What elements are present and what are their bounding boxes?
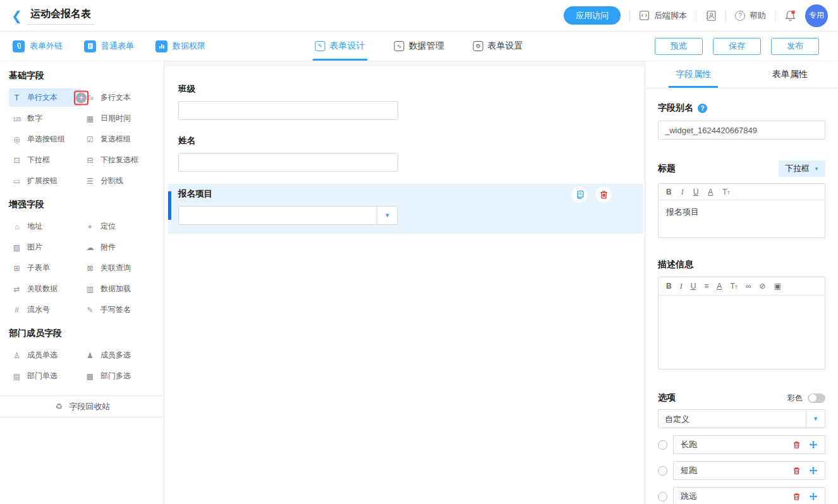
sidebar-item-checkbox-group[interactable]: 复选框组 bbox=[82, 129, 155, 150]
external-link-icon bbox=[13, 40, 25, 52]
tab-field-properties[interactable]: 字段属性 bbox=[645, 61, 742, 88]
options-source-dropdown[interactable]: 自定义 ▼ bbox=[658, 409, 825, 428]
sidebar-item-single-line-text[interactable]: 单行文本 + bbox=[9, 88, 81, 107]
trash-icon bbox=[792, 493, 801, 501]
tab-form-settings[interactable]: 表单设置 bbox=[473, 32, 523, 61]
italic-icon[interactable] bbox=[680, 282, 683, 290]
notification-bell-icon[interactable] bbox=[784, 9, 796, 21]
delete-option-button[interactable] bbox=[792, 493, 801, 501]
help-button[interactable]: ? 帮助 bbox=[735, 10, 766, 21]
sidebar-item-label: 关联查询 bbox=[100, 263, 131, 273]
sidebar-item-linked-data[interactable]: 关联数据 bbox=[9, 279, 82, 299]
alias-input[interactable] bbox=[658, 121, 825, 140]
sidebar-item-dropdown[interactable]: 下拉框 bbox=[9, 150, 82, 171]
tab-form-design[interactable]: 表单设计 bbox=[315, 32, 365, 61]
widget-type-selector[interactable]: 下拉框 ▼ bbox=[779, 160, 825, 177]
bold-icon[interactable] bbox=[666, 188, 672, 196]
sidebar-item-member-single[interactable]: 成员单选 bbox=[9, 345, 82, 366]
event-dropdown[interactable]: ▼ bbox=[178, 206, 398, 225]
underline-icon[interactable] bbox=[693, 188, 699, 196]
backend-script-button[interactable]: 后端脚本 bbox=[639, 10, 687, 21]
help-circle-icon[interactable]: ? bbox=[698, 104, 707, 113]
tab-form-properties[interactable]: 表单属性 bbox=[742, 61, 838, 88]
move-option-handle[interactable] bbox=[809, 492, 818, 501]
options-label: 选项 bbox=[658, 392, 676, 404]
sidebar-item-expand-button[interactable]: 扩展按钮 bbox=[9, 171, 82, 191]
sidebar-item-subform[interactable]: 子表单 bbox=[9, 258, 82, 279]
sidebar-item-attachment[interactable]: 附件 bbox=[82, 237, 155, 258]
italic-icon[interactable] bbox=[681, 188, 684, 196]
chevron-down-icon[interactable]: ▼ bbox=[806, 410, 825, 428]
sidebar-item-linked-query[interactable]: 关联查询 bbox=[82, 258, 155, 279]
sidebar-item-dept-multi[interactable]: 部门多选 bbox=[82, 366, 155, 387]
plain-form-button[interactable]: 普通表单 bbox=[84, 40, 134, 52]
sidebar-item-location[interactable]: 定位 bbox=[82, 216, 155, 237]
link-icon[interactable] bbox=[746, 282, 751, 290]
move-option-handle[interactable] bbox=[809, 440, 818, 449]
save-button[interactable]: 保存 bbox=[713, 38, 761, 55]
sidebar-item-multi-line-text[interactable]: 多行文本 bbox=[82, 87, 155, 108]
name-input[interactable] bbox=[178, 153, 398, 172]
font-size-icon[interactable] bbox=[730, 282, 738, 290]
move-option-handle[interactable] bbox=[809, 466, 818, 475]
option-radio[interactable] bbox=[658, 440, 667, 450]
toolbar: 表单外链 普通表单 数据权限 表单设计 数据管理 表单设置 预览 bbox=[0, 32, 838, 61]
form-external-link-button[interactable]: 表单外链 bbox=[13, 40, 63, 52]
avatar[interactable]: 专用 bbox=[805, 4, 828, 27]
option-radio[interactable] bbox=[658, 466, 667, 476]
sidebar-item-image[interactable]: 图片 bbox=[9, 237, 82, 258]
font-color-icon[interactable] bbox=[708, 188, 713, 196]
description-content-area[interactable] bbox=[659, 296, 825, 369]
canvas-field-class[interactable]: 班级 bbox=[164, 83, 645, 120]
sidebar-item-dept-single[interactable]: 部门单选 bbox=[9, 366, 82, 387]
chevron-down-icon[interactable]: ▼ bbox=[377, 207, 398, 224]
sidebar-item-number[interactable]: 数字 bbox=[9, 108, 82, 129]
unlink-icon[interactable] bbox=[760, 282, 766, 290]
sidebar-item-divider[interactable]: 分割线 bbox=[82, 171, 155, 191]
dept-multi-icon bbox=[85, 372, 95, 381]
copy-field-button[interactable] bbox=[571, 186, 588, 203]
back-icon[interactable]: ❮ bbox=[11, 8, 28, 23]
underline-icon[interactable] bbox=[691, 282, 696, 290]
contacts-button[interactable] bbox=[705, 10, 717, 21]
title-content-area[interactable]: 报名项目 bbox=[659, 200, 825, 237]
selection-bar bbox=[168, 191, 171, 220]
sidebar-item-data-load[interactable]: 数据加载 bbox=[82, 279, 155, 299]
insert-image-icon[interactable] bbox=[774, 282, 781, 290]
field-recycle-bin-button[interactable]: 字段回收站 bbox=[0, 395, 164, 417]
sidebar-item-address[interactable]: 地址 bbox=[9, 216, 82, 237]
publish-button[interactable]: 发布 bbox=[771, 38, 819, 55]
delete-option-button[interactable] bbox=[792, 467, 801, 475]
color-toggle[interactable] bbox=[808, 393, 825, 403]
sidebar-item-member-multi[interactable]: 成员多选 bbox=[82, 345, 155, 366]
image-icon bbox=[11, 243, 22, 252]
sidebar-item-serial-number[interactable]: 流水号 bbox=[9, 299, 82, 320]
option-input[interactable]: 短跑 bbox=[681, 465, 792, 476]
color-toggle-label: 彩色 bbox=[787, 393, 803, 404]
data-permission-button[interactable]: 数据权限 bbox=[155, 40, 205, 52]
page-title[interactable]: 运动会报名表 bbox=[28, 6, 94, 25]
font-color-icon[interactable] bbox=[717, 282, 722, 290]
form-canvas: 班级 姓名 报名项目 ▼ bbox=[164, 61, 645, 504]
sidebar-item-radio-group[interactable]: 单选按钮组 bbox=[9, 129, 82, 150]
sidebar-item-datetime[interactable]: 日期时间 bbox=[82, 108, 155, 129]
option-input[interactable]: 跳远 bbox=[681, 491, 792, 502]
delete-option-button[interactable] bbox=[792, 441, 801, 449]
font-size-icon[interactable] bbox=[722, 188, 730, 196]
canvas-field-name[interactable]: 姓名 bbox=[164, 135, 645, 172]
option-radio[interactable] bbox=[658, 492, 667, 501]
tab-data-manage[interactable]: 数据管理 bbox=[394, 32, 444, 61]
preview-button[interactable]: 预览 bbox=[655, 38, 703, 55]
bold-icon[interactable] bbox=[666, 282, 672, 290]
sidebar-item-dropdown-checkbox[interactable]: 下拉复选框 bbox=[82, 150, 155, 171]
canvas-field-selected-event[interactable]: 报名项目 ▼ bbox=[168, 184, 643, 234]
app-access-button[interactable]: 应用访问 bbox=[564, 6, 621, 25]
address-icon bbox=[11, 222, 22, 231]
delete-field-button[interactable] bbox=[595, 186, 612, 203]
option-input[interactable]: 长跑 bbox=[681, 439, 792, 450]
sidebar-item-signature[interactable]: 手写签名 bbox=[82, 299, 155, 320]
divider bbox=[629, 10, 630, 21]
align-icon[interactable] bbox=[704, 282, 708, 290]
chevron-down-icon: ▼ bbox=[814, 166, 819, 172]
class-input[interactable] bbox=[178, 101, 398, 120]
